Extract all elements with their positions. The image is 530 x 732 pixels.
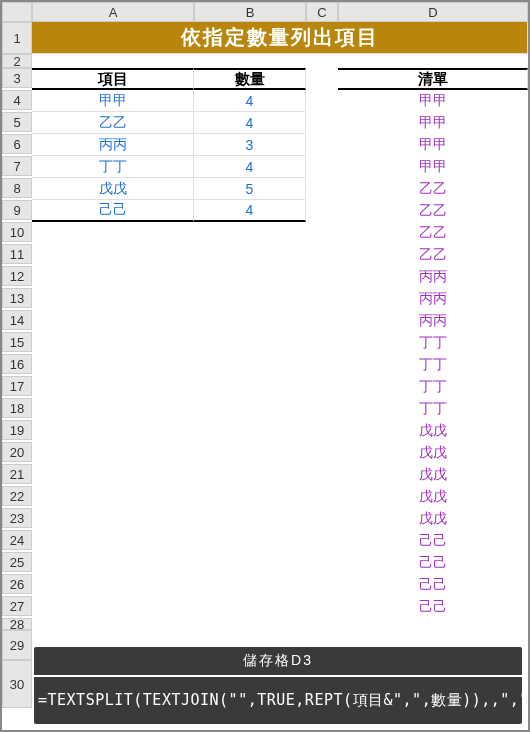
cell-item[interactable]: 乙乙: [32, 112, 194, 134]
cell-qty[interactable]: [194, 442, 306, 464]
cell-qty[interactable]: [194, 288, 306, 310]
row-head-17[interactable]: 17: [2, 376, 32, 396]
cell-item[interactable]: [32, 552, 194, 574]
col-head-d[interactable]: D: [338, 2, 528, 22]
select-all-corner[interactable]: [2, 2, 32, 22]
cell-qty[interactable]: [194, 244, 306, 266]
row-head-27[interactable]: 27: [2, 596, 32, 616]
row-head-23[interactable]: 23: [2, 508, 32, 528]
cell-item[interactable]: [32, 376, 194, 398]
cell-qty[interactable]: [194, 486, 306, 508]
cell-item[interactable]: 甲甲: [32, 90, 194, 112]
header-list[interactable]: 清單: [338, 68, 528, 90]
row-head-15[interactable]: 15: [2, 332, 32, 352]
cell-list[interactable]: 己己: [338, 552, 528, 574]
row-head-19[interactable]: 19: [2, 420, 32, 440]
row-head-28[interactable]: 28: [2, 618, 32, 630]
cell-item[interactable]: [32, 420, 194, 442]
cell-item[interactable]: 丁丁: [32, 156, 194, 178]
row-head-14[interactable]: 14: [2, 310, 32, 330]
row-head-26[interactable]: 26: [2, 574, 32, 594]
col-head-c[interactable]: C: [306, 2, 338, 22]
cell-item[interactable]: [32, 486, 194, 508]
cell-list[interactable]: 己己: [338, 530, 528, 552]
cell-qty[interactable]: 4: [194, 90, 306, 112]
cell-item[interactable]: [32, 222, 194, 244]
cell-list[interactable]: 丙丙: [338, 310, 528, 332]
cell-qty[interactable]: 3: [194, 134, 306, 156]
cell-qty[interactable]: [194, 552, 306, 574]
row-head-18[interactable]: 18: [2, 398, 32, 418]
cell-qty[interactable]: [194, 266, 306, 288]
cell-item[interactable]: 丙丙: [32, 134, 194, 156]
row-head-22[interactable]: 22: [2, 486, 32, 506]
row-head-9[interactable]: 9: [2, 200, 32, 220]
cell-qty[interactable]: 5: [194, 178, 306, 200]
row-head-3[interactable]: 3: [2, 68, 32, 88]
cell-qty[interactable]: [194, 464, 306, 486]
row-head-29[interactable]: 29: [2, 630, 32, 660]
row-head-1[interactable]: 1: [2, 22, 32, 54]
col-head-b[interactable]: B: [194, 2, 306, 22]
cell-qty[interactable]: [194, 420, 306, 442]
cell-list[interactable]: 戊戊: [338, 442, 528, 464]
cell-item[interactable]: [32, 332, 194, 354]
row-head-21[interactable]: 21: [2, 464, 32, 484]
cell-list[interactable]: 乙乙: [338, 244, 528, 266]
cell-qty[interactable]: 4: [194, 112, 306, 134]
row-head-30[interactable]: 30: [2, 660, 32, 708]
cell-qty[interactable]: [194, 398, 306, 420]
row-head-4[interactable]: 4: [2, 90, 32, 110]
cell-qty[interactable]: [194, 310, 306, 332]
row-head-5[interactable]: 5: [2, 112, 32, 132]
cell-item[interactable]: [32, 442, 194, 464]
cell-list[interactable]: 己己: [338, 574, 528, 596]
cell-qty[interactable]: [194, 354, 306, 376]
cell-qty[interactable]: [194, 596, 306, 618]
cell-qty[interactable]: [194, 508, 306, 530]
cell-qty[interactable]: [194, 222, 306, 244]
cell-list[interactable]: 丁丁: [338, 398, 528, 420]
row-head-12[interactable]: 12: [2, 266, 32, 286]
row-head-7[interactable]: 7: [2, 156, 32, 176]
cell-list[interactable]: 甲甲: [338, 90, 528, 112]
row-head-10[interactable]: 10: [2, 222, 32, 242]
cell-item[interactable]: [32, 244, 194, 266]
row-head-20[interactable]: 20: [2, 442, 32, 462]
cell-item[interactable]: [32, 596, 194, 618]
cell-list[interactable]: 戊戊: [338, 486, 528, 508]
cell-item[interactable]: [32, 354, 194, 376]
cell-list[interactable]: 甲甲: [338, 134, 528, 156]
cell-list[interactable]: 丁丁: [338, 354, 528, 376]
cell-item[interactable]: [32, 464, 194, 486]
cell-list[interactable]: 戊戊: [338, 508, 528, 530]
header-qty[interactable]: 數量: [194, 68, 306, 90]
formula-text[interactable]: =TEXTSPLIT(TEXTJOIN("",TRUE,REPT(項目&",",…: [34, 677, 522, 724]
cell-qty[interactable]: [194, 376, 306, 398]
cell-list[interactable]: 乙乙: [338, 222, 528, 244]
row-head-6[interactable]: 6: [2, 134, 32, 154]
col-head-a[interactable]: A: [32, 2, 194, 22]
row-head-24[interactable]: 24: [2, 530, 32, 550]
cell-item[interactable]: 戊戊: [32, 178, 194, 200]
cell-qty[interactable]: [194, 332, 306, 354]
cell-item[interactable]: [32, 310, 194, 332]
cell-item[interactable]: [32, 288, 194, 310]
row-head-13[interactable]: 13: [2, 288, 32, 308]
cell-qty[interactable]: 4: [194, 156, 306, 178]
cell-list[interactable]: 丙丙: [338, 288, 528, 310]
header-item[interactable]: 項目: [32, 68, 194, 90]
cell-item[interactable]: [32, 266, 194, 288]
row-head-16[interactable]: 16: [2, 354, 32, 374]
cell-qty[interactable]: [194, 530, 306, 552]
cell-item[interactable]: [32, 530, 194, 552]
cell-qty[interactable]: [194, 574, 306, 596]
cell-item[interactable]: [32, 398, 194, 420]
cell-list[interactable]: 乙乙: [338, 178, 528, 200]
cell-item[interactable]: [32, 574, 194, 596]
cell-list[interactable]: 戊戊: [338, 420, 528, 442]
row-head-2[interactable]: 2: [2, 54, 32, 68]
cell-item[interactable]: [32, 508, 194, 530]
cell-list[interactable]: 戊戊: [338, 464, 528, 486]
cell-qty[interactable]: 4: [194, 200, 306, 222]
